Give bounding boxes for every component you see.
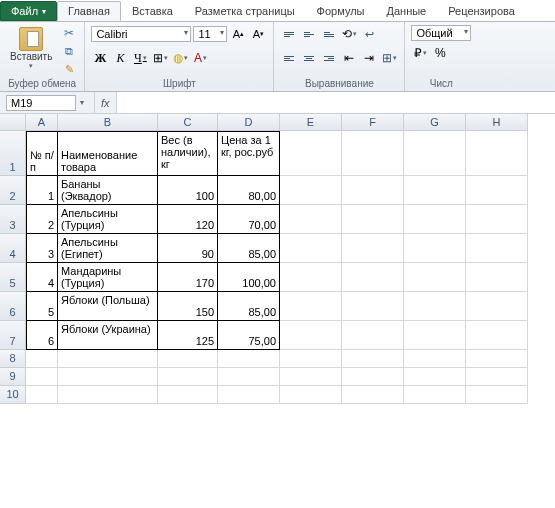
- cell[interactable]: 100,00: [218, 263, 280, 292]
- bold-button[interactable]: Ж: [91, 49, 109, 67]
- cell[interactable]: [26, 368, 58, 386]
- cell[interactable]: Бананы (Эквадор): [58, 176, 158, 205]
- tab-data[interactable]: Данные: [375, 1, 437, 21]
- fill-color-button[interactable]: ◍: [171, 49, 189, 67]
- cell[interactable]: Апельсины (Египет): [58, 234, 158, 263]
- col-header[interactable]: B: [58, 114, 158, 131]
- cell[interactable]: [280, 131, 342, 176]
- cell[interactable]: [280, 368, 342, 386]
- cell[interactable]: 4: [26, 263, 58, 292]
- font-name-combo[interactable]: Calibri: [91, 26, 191, 42]
- cell[interactable]: [342, 350, 404, 368]
- cell[interactable]: [342, 321, 404, 350]
- cell[interactable]: 3: [26, 234, 58, 263]
- cell[interactable]: [58, 350, 158, 368]
- cell[interactable]: Яблоки (Украина): [58, 321, 158, 350]
- fx-button[interactable]: fx: [101, 97, 110, 109]
- col-header[interactable]: C: [158, 114, 218, 131]
- cell[interactable]: [280, 350, 342, 368]
- underline-button[interactable]: Ч: [131, 49, 149, 67]
- col-header[interactable]: G: [404, 114, 466, 131]
- cell[interactable]: 100: [158, 176, 218, 205]
- orientation-button[interactable]: ⟲: [340, 25, 358, 43]
- cell[interactable]: 1: [26, 176, 58, 205]
- cell[interactable]: [58, 386, 158, 404]
- cell[interactable]: 125: [158, 321, 218, 350]
- select-all-corner[interactable]: [0, 114, 26, 131]
- cell[interactable]: Мандарины (Турция): [58, 263, 158, 292]
- col-header[interactable]: D: [218, 114, 280, 131]
- currency-button[interactable]: ₽: [411, 44, 429, 62]
- copy-button[interactable]: [60, 43, 78, 59]
- format-painter-button[interactable]: [60, 61, 78, 77]
- row-header[interactable]: 9: [0, 368, 26, 386]
- cell[interactable]: [466, 368, 528, 386]
- row-header[interactable]: 7: [0, 321, 26, 350]
- col-header[interactable]: F: [342, 114, 404, 131]
- cell[interactable]: [342, 234, 404, 263]
- tab-insert[interactable]: Вставка: [121, 1, 184, 21]
- cell[interactable]: [342, 386, 404, 404]
- cell[interactable]: [404, 368, 466, 386]
- cell[interactable]: [404, 350, 466, 368]
- cell[interactable]: 85,00: [218, 234, 280, 263]
- name-box[interactable]: M19: [6, 95, 76, 111]
- cell[interactable]: [466, 176, 528, 205]
- cell[interactable]: 70,00: [218, 205, 280, 234]
- cell[interactable]: 6: [26, 321, 58, 350]
- number-format-combo[interactable]: Общий: [411, 25, 471, 41]
- cell[interactable]: [342, 176, 404, 205]
- tab-review[interactable]: Рецензирова: [437, 1, 526, 21]
- tab-layout[interactable]: Разметка страницы: [184, 1, 306, 21]
- cell[interactable]: [26, 350, 58, 368]
- italic-button[interactable]: К: [111, 49, 129, 67]
- col-header[interactable]: A: [26, 114, 58, 131]
- cell[interactable]: [342, 131, 404, 176]
- cell[interactable]: [158, 368, 218, 386]
- tab-home[interactable]: Главная: [57, 1, 121, 21]
- cell[interactable]: № п/п: [26, 131, 58, 176]
- row-header[interactable]: 5: [0, 263, 26, 292]
- percent-button[interactable]: %: [431, 44, 449, 62]
- cell[interactable]: Цена за 1 кг, рос.руб: [218, 131, 280, 176]
- font-size-combo[interactable]: 11: [193, 26, 227, 42]
- cell[interactable]: 150: [158, 292, 218, 321]
- name-box-dropdown[interactable]: ▾: [76, 98, 88, 107]
- increase-indent-button[interactable]: ⇥: [360, 49, 378, 67]
- cell[interactable]: [158, 386, 218, 404]
- cell[interactable]: [280, 205, 342, 234]
- cell[interactable]: [466, 234, 528, 263]
- cell[interactable]: 85,00: [218, 292, 280, 321]
- cell[interactable]: [404, 321, 466, 350]
- row-header[interactable]: 8: [0, 350, 26, 368]
- cell[interactable]: 75,00: [218, 321, 280, 350]
- cell[interactable]: Наименование товара: [58, 131, 158, 176]
- cell[interactable]: [466, 386, 528, 404]
- cell[interactable]: [404, 263, 466, 292]
- cell[interactable]: 80,00: [218, 176, 280, 205]
- cell[interactable]: [280, 176, 342, 205]
- cell[interactable]: [218, 368, 280, 386]
- cell[interactable]: Вес (в наличии), кг: [158, 131, 218, 176]
- formula-input[interactable]: [116, 92, 555, 113]
- cell[interactable]: [466, 321, 528, 350]
- spreadsheet-grid[interactable]: A B C D E F G H 1 № п/п Наименование тов…: [0, 114, 555, 404]
- cell[interactable]: 120: [158, 205, 218, 234]
- cell[interactable]: [218, 386, 280, 404]
- align-bottom-button[interactable]: [320, 25, 338, 43]
- cell[interactable]: [280, 321, 342, 350]
- row-header[interactable]: 4: [0, 234, 26, 263]
- col-header[interactable]: E: [280, 114, 342, 131]
- cell[interactable]: [466, 205, 528, 234]
- shrink-font-button[interactable]: [249, 25, 267, 43]
- cell[interactable]: [404, 234, 466, 263]
- align-right-button[interactable]: [320, 49, 338, 67]
- cell[interactable]: [342, 368, 404, 386]
- wrap-text-button[interactable]: [360, 25, 378, 43]
- row-header[interactable]: 3: [0, 205, 26, 234]
- cell[interactable]: 2: [26, 205, 58, 234]
- cell[interactable]: [404, 131, 466, 176]
- cell[interactable]: [58, 368, 158, 386]
- align-left-button[interactable]: [280, 49, 298, 67]
- cell[interactable]: [404, 205, 466, 234]
